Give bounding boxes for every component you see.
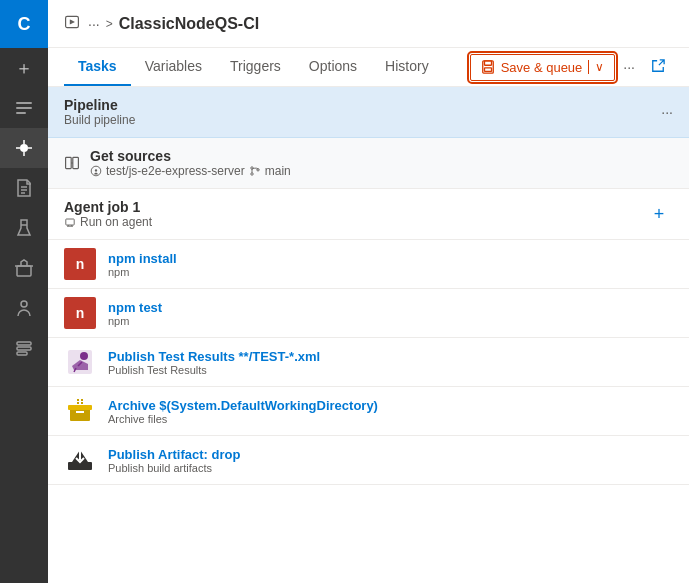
task-sub-publish-test: Publish Test Results xyxy=(108,364,320,376)
get-sources-meta: test/js-e2e-express-server main xyxy=(90,164,291,178)
svg-rect-13 xyxy=(484,68,491,72)
agent-job-title: Agent job 1 xyxy=(64,199,152,215)
tab-history[interactable]: History xyxy=(371,48,443,86)
get-sources-repo: test/js-e2e-express-server xyxy=(106,164,245,178)
tab-tasks[interactable]: Tasks xyxy=(64,48,131,86)
get-sources-row[interactable]: Get sources test/js-e2e-express-server m… xyxy=(48,138,689,189)
sidebar-add-button[interactable]: ＋ xyxy=(0,48,48,88)
pipeline-section-header: Pipeline Build pipeline ··· xyxy=(48,87,689,138)
svg-rect-0 xyxy=(16,102,32,104)
svg-rect-14 xyxy=(66,157,72,168)
publish-test-icon xyxy=(64,346,96,378)
get-sources-icon xyxy=(64,155,80,171)
agent-icon xyxy=(64,216,76,228)
svg-rect-8 xyxy=(17,347,31,350)
task-info-npm-test: npm test npm xyxy=(108,300,162,327)
task-info-archive: Archive $(System.DefaultWorkingDirectory… xyxy=(108,398,378,425)
sidebar: C ＋ xyxy=(0,0,48,583)
sidebar-item-settings[interactable] xyxy=(0,328,48,368)
svg-rect-9 xyxy=(17,352,27,355)
task-row-publish-artifact[interactable]: Publish Artifact: drop Publish build art… xyxy=(48,436,689,485)
svg-rect-20 xyxy=(66,219,74,225)
breadcrumb-separator: > xyxy=(106,17,113,31)
nav-more-button[interactable]: ··· xyxy=(615,53,643,81)
svg-rect-5 xyxy=(17,266,31,276)
save-queue-button[interactable]: Save & queue ∨ xyxy=(470,54,616,81)
svg-rect-7 xyxy=(17,342,31,345)
sidebar-item-boards[interactable] xyxy=(0,288,48,328)
svg-rect-15 xyxy=(73,157,79,168)
task-info-publish-artifact: Publish Artifact: drop Publish build art… xyxy=(108,447,240,474)
add-task-button[interactable]: + xyxy=(645,200,673,228)
pipeline-section-info: Pipeline Build pipeline xyxy=(64,97,135,127)
task-row-npm-test[interactable]: n npm test npm xyxy=(48,289,689,338)
pipeline-section-more-button[interactable]: ··· xyxy=(661,104,673,120)
breadcrumb-more[interactable]: ··· xyxy=(88,16,100,32)
task-title-npm-install: npm install xyxy=(108,251,177,266)
svg-point-3 xyxy=(20,144,28,152)
svg-point-22 xyxy=(80,352,88,360)
task-sub-npm-test: npm xyxy=(108,315,162,327)
save-icon xyxy=(481,60,495,74)
sidebar-item-pipelines[interactable] xyxy=(0,128,48,168)
task-sub-publish-artifact: Publish build artifacts xyxy=(108,462,240,474)
task-title-publish-artifact: Publish Artifact: drop xyxy=(108,447,240,462)
svg-rect-24 xyxy=(68,405,92,410)
svg-rect-12 xyxy=(484,61,491,65)
agent-job-row[interactable]: Agent job 1 Run on agent + xyxy=(48,189,689,240)
npm-test-icon: n xyxy=(64,297,96,329)
get-sources-info: Get sources test/js-e2e-express-server m… xyxy=(90,148,291,178)
svg-rect-23 xyxy=(70,409,90,421)
pipeline-icon xyxy=(64,14,80,34)
task-info-npm-install: npm install npm xyxy=(108,251,177,278)
topbar: ··· > ClassicNodeQS-CI xyxy=(48,0,689,48)
svg-rect-1 xyxy=(16,107,32,109)
branch-icon xyxy=(249,165,261,177)
pipeline-section-title: Pipeline xyxy=(64,97,135,113)
npm-install-icon: n xyxy=(64,248,96,280)
publish-artifact-icon xyxy=(64,444,96,476)
main-content: ··· > ClassicNodeQS-CI Tasks Variables T… xyxy=(48,0,689,583)
breadcrumb: ··· > ClassicNodeQS-CI xyxy=(88,15,259,33)
get-sources-branch: main xyxy=(265,164,291,178)
nav-tabs: Tasks Variables Triggers Options History… xyxy=(48,48,689,87)
task-row-publish-test[interactable]: Publish Test Results **/TEST-*.xml Publi… xyxy=(48,338,689,387)
svg-point-18 xyxy=(251,173,253,175)
sidebar-item-test-plans[interactable] xyxy=(0,208,48,248)
task-title-archive: Archive $(System.DefaultWorkingDirectory… xyxy=(108,398,378,413)
sidebar-item-artifacts[interactable] xyxy=(0,248,48,288)
sidebar-item-summary[interactable] xyxy=(0,88,48,128)
task-title-npm-test: npm test xyxy=(108,300,162,315)
pipeline-content: Pipeline Build pipeline ··· Get sources … xyxy=(48,87,689,583)
task-info-publish-test: Publish Test Results **/TEST-*.xml Publi… xyxy=(108,349,320,376)
task-row-archive[interactable]: Archive $(System.DefaultWorkingDirectory… xyxy=(48,387,689,436)
save-queue-dropdown-icon[interactable]: ∨ xyxy=(588,60,604,74)
task-row-npm-install[interactable]: n npm install npm xyxy=(48,240,689,289)
svg-point-6 xyxy=(21,301,27,307)
nav-external-link-button[interactable] xyxy=(643,53,673,82)
page-title: ClassicNodeQS-CI xyxy=(119,15,259,33)
sidebar-logo[interactable]: C xyxy=(0,0,48,48)
task-sub-npm-install: npm xyxy=(108,266,177,278)
save-queue-label: Save & queue xyxy=(501,60,583,75)
archive-icon xyxy=(64,395,96,427)
sidebar-item-repos[interactable] xyxy=(0,168,48,208)
pipeline-section-sub: Build pipeline xyxy=(64,113,135,127)
task-sub-archive: Archive files xyxy=(108,413,378,425)
agent-job-info: Agent job 1 Run on agent xyxy=(64,199,152,229)
svg-rect-2 xyxy=(16,112,26,114)
tab-options[interactable]: Options xyxy=(295,48,371,86)
tab-triggers[interactable]: Triggers xyxy=(216,48,295,86)
agent-job-sub: Run on agent xyxy=(64,215,152,229)
github-icon xyxy=(90,165,102,177)
get-sources-title: Get sources xyxy=(90,148,291,164)
task-title-publish-test: Publish Test Results **/TEST-*.xml xyxy=(108,349,320,364)
tab-variables[interactable]: Variables xyxy=(131,48,216,86)
